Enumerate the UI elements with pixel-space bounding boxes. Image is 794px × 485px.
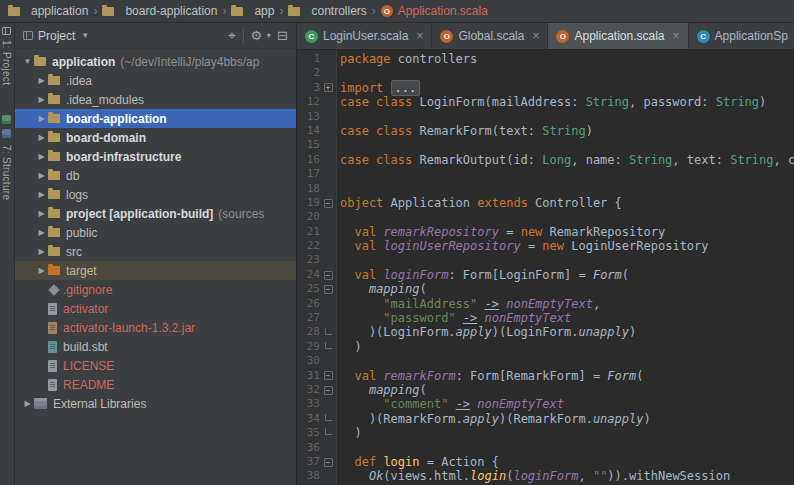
tab-label: Application.scala xyxy=(574,29,664,43)
fold-end-icon[interactable] xyxy=(325,414,332,421)
expand-arrow-icon[interactable]: ▶ xyxy=(35,228,48,237)
line-number: 14 xyxy=(297,124,320,138)
file-icon xyxy=(48,303,57,315)
tree-row-board-domain[interactable]: ▶board-domain xyxy=(15,128,296,147)
tree-row-public[interactable]: ▶public xyxy=(15,223,296,242)
expand-arrow-icon[interactable]: ▶ xyxy=(35,247,48,256)
hide-panel-icon[interactable]: ⊟ xyxy=(277,29,288,42)
fold-collapse-icon[interactable]: − xyxy=(324,285,333,294)
tree-row-src[interactable]: ▶src xyxy=(15,242,296,261)
expand-arrow-icon[interactable]: ▶ xyxy=(21,399,34,408)
tab-applicationsp[interactable]: CApplicationSp xyxy=(689,23,794,49)
breadcrumb-item-app[interactable]: app xyxy=(231,4,274,18)
tree-row-application[interactable]: ▼application(~/dev/IntelliJ/play4bbs/ap xyxy=(15,52,296,71)
tab-global-scala[interactable]: OGlobal.scala× xyxy=(432,23,548,49)
chevron-down-icon[interactable]: ▼ xyxy=(81,31,89,40)
code-line: 24− val loginForm: Form[LoginForm] = For… xyxy=(297,268,794,282)
line-number: 23 xyxy=(297,253,320,267)
expand-arrow-icon[interactable]: ▼ xyxy=(21,57,34,66)
code-text: import ... xyxy=(336,81,420,95)
breadcrumb-item-application[interactable]: application xyxy=(8,4,88,18)
line-number: 34 xyxy=(297,412,320,426)
tab-close-icon[interactable]: × xyxy=(673,29,680,43)
fold-column xyxy=(320,167,336,181)
tree-label: board-infrastructure xyxy=(66,150,181,164)
tab-application-scala[interactable]: OApplication.scala× xyxy=(548,23,688,49)
left-tool-stripe: 1: Project 7: Structure xyxy=(0,23,15,485)
tool-button-structure[interactable]: 7: Structure xyxy=(1,145,12,200)
fold-collapse-icon[interactable]: − xyxy=(324,386,333,395)
tree-label: External Libraries xyxy=(53,397,146,411)
tab-close-icon[interactable]: × xyxy=(532,29,539,43)
line-number: 32 xyxy=(297,383,320,397)
code-line: 34 )(RemarkForm.apply)(RemarkForm.unappl… xyxy=(297,412,794,426)
tool-stripe-icon-2[interactable] xyxy=(2,129,11,138)
tab-loginuser-scala[interactable]: CLoginUser.scala× xyxy=(297,23,432,49)
line-number: 31 xyxy=(297,369,320,383)
tool-button-project[interactable]: 1: Project xyxy=(1,40,12,85)
line-number: 13 xyxy=(297,110,320,124)
code-text: )(LoginForm.apply)(LoginForm.unapply) xyxy=(336,325,636,339)
tree-row-activator-launch-1-3-2-jar[interactable]: activator-launch-1.3.2.jar xyxy=(15,318,296,337)
expand-arrow-icon[interactable]: ▶ xyxy=(35,171,48,180)
fold-column: − xyxy=(320,196,336,210)
expand-arrow-icon[interactable]: ▶ xyxy=(35,152,48,161)
tree-row-logs[interactable]: ▶logs xyxy=(15,185,296,204)
fold-collapse-icon[interactable]: − xyxy=(324,458,333,467)
expand-arrow-icon[interactable]: ▶ xyxy=(35,114,48,123)
breadcrumb-item-controllers[interactable]: controllers xyxy=(288,4,366,18)
tree-row-build-sbt[interactable]: build.sbt xyxy=(15,337,296,356)
breadcrumb-item-board-application[interactable]: board-application xyxy=(102,4,217,18)
tab-label: Global.scala xyxy=(458,29,524,43)
fold-end-icon[interactable] xyxy=(325,328,332,335)
tree-row-board-infrastructure[interactable]: ▶board-infrastructure xyxy=(15,147,296,166)
fold-end-icon[interactable] xyxy=(325,428,332,435)
tree-row-idea[interactable]: ▶.idea xyxy=(15,71,296,90)
tree-row-activator[interactable]: activator xyxy=(15,299,296,318)
editor[interactable]: 1package controllers23+import ...12case … xyxy=(297,50,794,485)
code-line: 17 xyxy=(297,167,794,181)
settings-gear-icon[interactable]: ⚙ xyxy=(251,29,263,42)
scroll-from-source-icon[interactable]: ⌖ xyxy=(228,29,235,42)
expand-arrow-icon[interactable]: ▶ xyxy=(35,190,48,199)
expand-arrow-icon[interactable]: ▶ xyxy=(35,76,48,85)
jar-file-icon xyxy=(48,322,57,334)
code-text xyxy=(336,441,340,455)
fold-column xyxy=(320,124,336,138)
tree-row-readme[interactable]: README xyxy=(15,375,296,394)
expand-arrow-icon[interactable]: ▶ xyxy=(35,266,48,275)
project-panel-title[interactable]: Project xyxy=(38,29,75,43)
tree-row-target[interactable]: ▶target xyxy=(15,261,296,280)
expand-arrow-icon[interactable]: ▶ xyxy=(35,95,48,104)
expand-arrow-icon[interactable]: ▶ xyxy=(35,133,48,142)
code-line: 21 val remarkRepository = new RemarkRepo… xyxy=(297,225,794,239)
folder-icon xyxy=(48,152,60,161)
tree-row-idea-modules[interactable]: ▶.idea_modules xyxy=(15,90,296,109)
scala-case-class-icon: C xyxy=(305,30,318,43)
tree-row-gitignore[interactable]: .gitignore xyxy=(15,280,296,299)
code-line: 22 val loginUserRepository = new LoginUs… xyxy=(297,239,794,253)
folder-icon xyxy=(48,114,60,123)
gitignore-file-icon xyxy=(48,284,59,295)
tree-label: board-domain xyxy=(66,131,146,145)
tree-row-project-application-build[interactable]: ▶project [application-build](sources xyxy=(15,204,296,223)
breadcrumb-item-application-scala[interactable]: OApplication.scala xyxy=(381,4,488,18)
breadcrumb-separator: › xyxy=(372,4,376,18)
line-number: 12 xyxy=(297,95,320,109)
tree-row-external-libraries[interactable]: ▶External Libraries xyxy=(15,394,296,413)
fold-end-icon[interactable] xyxy=(325,342,332,349)
tool-stripe-icon-1[interactable] xyxy=(2,115,11,124)
tree-label: LICENSE xyxy=(63,359,114,373)
tree-row-board-application[interactable]: ▶board-application xyxy=(15,109,296,128)
fold-collapse-icon[interactable]: − xyxy=(324,371,333,380)
editor-tab-bar: CLoginUser.scala×OGlobal.scala×OApplicat… xyxy=(297,23,794,50)
code-line: 12case class LoginForm(mailAddress: Stri… xyxy=(297,95,794,109)
tree-row-license[interactable]: LICENSE xyxy=(15,356,296,375)
fold-collapse-icon[interactable]: − xyxy=(324,271,333,280)
tree-row-db[interactable]: ▶db xyxy=(15,166,296,185)
fold-collapse-icon[interactable]: − xyxy=(324,199,333,208)
expand-arrow-icon[interactable]: ▶ xyxy=(35,209,48,218)
tab-close-icon[interactable]: × xyxy=(416,29,423,43)
fold-expand-icon[interactable]: + xyxy=(324,83,333,92)
code-line: 37− def login = Action { xyxy=(297,455,794,469)
